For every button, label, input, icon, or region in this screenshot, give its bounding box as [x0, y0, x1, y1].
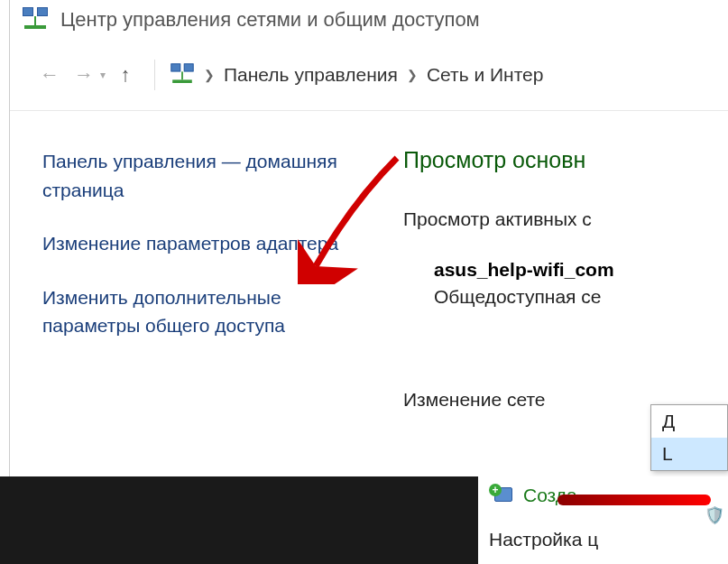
window: Центр управления сетями и общим доступом…: [9, 0, 728, 478]
up-button[interactable]: ↑: [111, 60, 140, 89]
titlebar: Центр управления сетями и общим доступом: [10, 0, 728, 42]
breadcrumb-network-internet[interactable]: Сеть и Интер: [427, 64, 544, 86]
dark-strip: [0, 476, 478, 564]
active-networks-label: Просмотр активных с: [403, 206, 728, 232]
back-button[interactable]: ←: [35, 60, 64, 89]
context-menu-item-selected[interactable]: L: [651, 438, 727, 470]
network-name[interactable]: asus_help-wifi_com: [434, 259, 728, 281]
tune-label: Настройка ц: [489, 529, 598, 550]
content-area: Панель управления — домашняя страница Из…: [10, 111, 728, 453]
chevron-right-icon: ❯: [407, 68, 418, 82]
sidebar-home-link[interactable]: Панель управления — домашняя страница: [42, 147, 367, 204]
page-heading: Просмотр основн: [403, 147, 728, 173]
history-dropdown-icon[interactable]: ▾: [100, 69, 106, 81]
breadcrumb: ❯ Панель управления ❯ Сеть и Интер: [170, 62, 543, 88]
add-network-icon: +: [489, 484, 514, 507]
navbar: ← → ▾ ↑ ❯ Панель управления ❯ Сеть и Инт…: [10, 42, 728, 111]
sidebar-sharing-link[interactable]: Изменить дополнительные параметры общего…: [42, 283, 367, 340]
forward-button[interactable]: →: [69, 60, 98, 89]
network-center-icon: [23, 7, 48, 32]
network-type: Общедоступная се: [434, 286, 728, 308]
sidebar: Панель управления — домашняя страница Из…: [42, 147, 403, 453]
window-title: Центр управления сетями и общим доступом: [60, 8, 480, 32]
context-menu: Д L: [650, 404, 728, 471]
chevron-right-icon: ❯: [204, 68, 215, 82]
sidebar-adapter-link[interactable]: Изменение параметров адаптера: [42, 229, 367, 258]
shield-icon: 🛡️: [705, 505, 724, 525]
annotation-red-band: [558, 495, 711, 505]
breadcrumb-network-icon: [170, 63, 193, 86]
breadcrumb-control-panel[interactable]: Панель управления: [224, 64, 398, 86]
context-menu-item[interactable]: Д: [651, 405, 727, 438]
separator: [154, 60, 155, 90]
